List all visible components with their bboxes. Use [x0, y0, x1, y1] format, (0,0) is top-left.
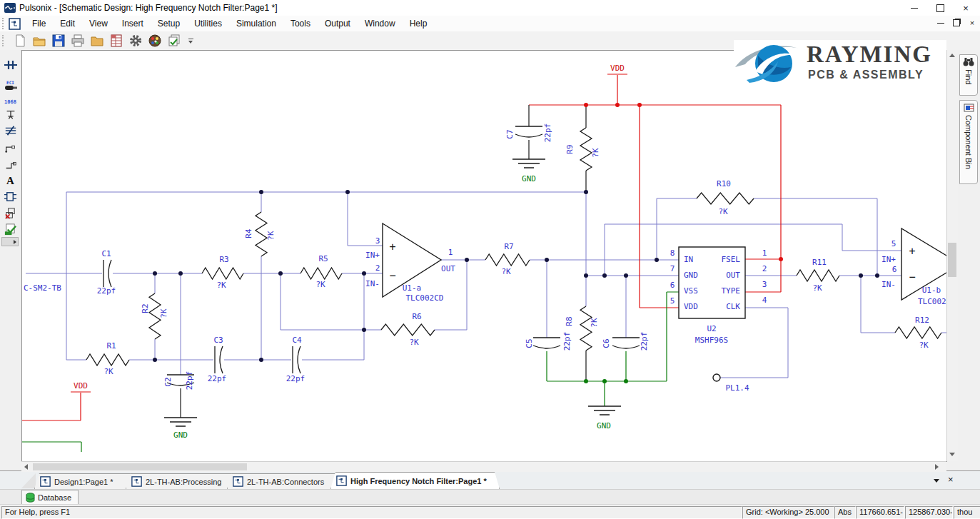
close-folder-icon[interactable]: [89, 33, 105, 49]
schematic-canvas[interactable]: C-SM2-TBC122pfC222pfC322pfC422pfC522pfC6…: [21, 50, 947, 462]
minimize-button[interactable]: [901, 0, 927, 16]
net-wires-wg[interactable]: [22, 292, 679, 452]
junction-dot: [875, 273, 879, 278]
pulsonix-window: Pulsonix - [Schematic Design: High Frequ…: [0, 0, 980, 519]
menu-item-help[interactable]: Help: [403, 19, 435, 29]
save-icon[interactable]: [51, 33, 66, 49]
toolbar-scroll-handle[interactable]: [1, 237, 19, 246]
colors-palette-icon[interactable]: [147, 33, 163, 49]
menu-item-window[interactable]: Window: [358, 19, 403, 29]
ground-symbol[interactable]: [588, 406, 621, 415]
ground-symbol[interactable]: [512, 159, 545, 168]
menu-item-file[interactable]: File: [25, 19, 53, 29]
open-folder-icon[interactable]: [31, 33, 47, 49]
resistor-symbol[interactable]: [895, 327, 941, 338]
insert-component-icon[interactable]: [2, 57, 19, 73]
capacitor-symbol[interactable]: [515, 134, 542, 137]
find-tab[interactable]: Find: [959, 54, 978, 96]
status-mode[interactable]: Abs: [834, 506, 856, 519]
status-grid[interactable]: Grid: <Working> 25.000: [742, 506, 834, 519]
tab-high-frequency-notch-filter[interactable]: High Frequency Notch Filter:Page1 *: [330, 472, 500, 489]
binoculars-icon: [963, 57, 974, 67]
resistor-symbol[interactable]: [697, 193, 754, 204]
menu-item-edit[interactable]: Edit: [53, 19, 82, 29]
tab-close-icon[interactable]: ×: [948, 474, 954, 485]
schematic-label-gnd_c7: GND: [522, 174, 536, 183]
terminal-pl1-4[interactable]: [713, 374, 720, 381]
schematic-label-u1b_minus: −: [909, 271, 915, 283]
close-button[interactable]: ×: [953, 0, 979, 16]
resistor-symbol[interactable]: [381, 324, 435, 336]
output-tab-bar: Database: [0, 489, 980, 505]
new-document-icon[interactable]: [12, 33, 28, 49]
resistor-symbol[interactable]: [797, 270, 839, 281]
horizontal-scroll-thumb[interactable]: [33, 463, 247, 470]
schematic-label-u1b_pin5: 5: [891, 239, 896, 248]
capacitor-symbol[interactable]: [612, 346, 640, 348]
menu-item-utilities[interactable]: Utilities: [187, 19, 229, 29]
tab-label: 2L-TH-AB:Connectors: [247, 478, 324, 486]
capacitor-symbol[interactable]: [220, 346, 223, 373]
verify-design-icon[interactable]: [2, 221, 19, 237]
menu-item-output[interactable]: Output: [318, 19, 358, 29]
capacitor-symbol[interactable]: [108, 260, 111, 287]
menu-item-view[interactable]: View: [82, 19, 115, 29]
resistor-symbol[interactable]: [485, 254, 530, 266]
report-table-icon[interactable]: [108, 33, 124, 49]
schematic-label-vdd_top: VDD: [610, 64, 625, 73]
horizontal-scrollbar[interactable]: [21, 461, 946, 472]
resistor-symbol[interactable]: [86, 354, 129, 366]
tab-2l-th-ab-connectors[interactable]: 2L-TH-AB:Connectors: [227, 473, 343, 489]
menu-item-tools[interactable]: Tools: [283, 19, 318, 29]
schematic-label-u1a_ref: U1-a: [403, 283, 422, 293]
insert-branch-icon[interactable]: [2, 157, 19, 173]
schematic-label-r10: R10: [717, 179, 731, 188]
tab-2l-th-ab-processing[interactable]: 2L-TH-AB:Processing: [126, 473, 239, 489]
schematic-label-u2_fsel: FSEL: [722, 255, 741, 264]
resistor-symbol[interactable]: [202, 268, 243, 279]
capacitor-symbol[interactable]: [533, 346, 560, 348]
insert-bus-icon[interactable]: [2, 123, 19, 138]
tab-list-dropdown-icon[interactable]: [934, 479, 939, 483]
scroll-left-icon[interactable]: [24, 464, 28, 470]
menu-item-simulation[interactable]: Simulation: [229, 19, 283, 29]
scroll-right-icon[interactable]: [935, 464, 939, 470]
schematic-label-r1: R1: [106, 341, 116, 351]
insert-connection-icon[interactable]: [2, 140, 19, 156]
resistor-symbol[interactable]: [256, 212, 267, 256]
child-restore-button[interactable]: [951, 18, 961, 28]
scroll-up-icon[interactable]: [949, 54, 955, 57]
insert-text-icon[interactable]: A: [2, 173, 19, 188]
eci-terminal-icon[interactable]: ECI: [2, 77, 19, 93]
child-close-button[interactable]: ×: [967, 18, 977, 28]
copy-design-check-icon[interactable]: [166, 33, 182, 49]
document-tab-bar: Design1:Page1 * 2L-TH-AB:Processing 2L-T…: [0, 470, 980, 490]
vertical-scroll-thumb[interactable]: [948, 243, 956, 277]
insert-testpoint-icon[interactable]: [2, 107, 19, 123]
vertical-scrollbar[interactable]: [946, 50, 958, 461]
resistor-symbol[interactable]: [580, 128, 592, 171]
resistor-symbol[interactable]: [300, 268, 342, 279]
component-bin-tab[interactable]: Component Bin: [959, 100, 978, 184]
find-tab-label: Find: [964, 69, 973, 84]
delete-gate-icon[interactable]: [2, 205, 19, 221]
ground-symbol[interactable]: [164, 418, 197, 426]
resistor-symbol[interactable]: [580, 306, 592, 351]
toolbar-overflow-icon[interactable]: [186, 34, 196, 48]
insert-symbol-icon[interactable]: [2, 188, 19, 204]
settings-gear-icon[interactable]: [128, 33, 143, 49]
status-help-text: For Help, press F1: [1, 506, 742, 519]
status-units[interactable]: thou: [954, 506, 980, 519]
maximize-button[interactable]: [927, 0, 953, 16]
child-minimize-button[interactable]: [936, 18, 946, 28]
capacitor-symbol[interactable]: [298, 346, 300, 373]
menu-item-insert[interactable]: Insert: [115, 19, 151, 29]
print-icon[interactable]: [70, 33, 86, 49]
tab-design1[interactable]: Design1:Page1 *: [34, 473, 138, 489]
net-wires-wb[interactable]: [26, 192, 946, 378]
scroll-down-icon[interactable]: [949, 453, 955, 456]
database-tab[interactable]: Database: [21, 490, 79, 505]
menu-item-setup[interactable]: Setup: [151, 19, 187, 29]
rayming-globe-icon: [734, 40, 805, 86]
junction-dot: [584, 379, 588, 383]
